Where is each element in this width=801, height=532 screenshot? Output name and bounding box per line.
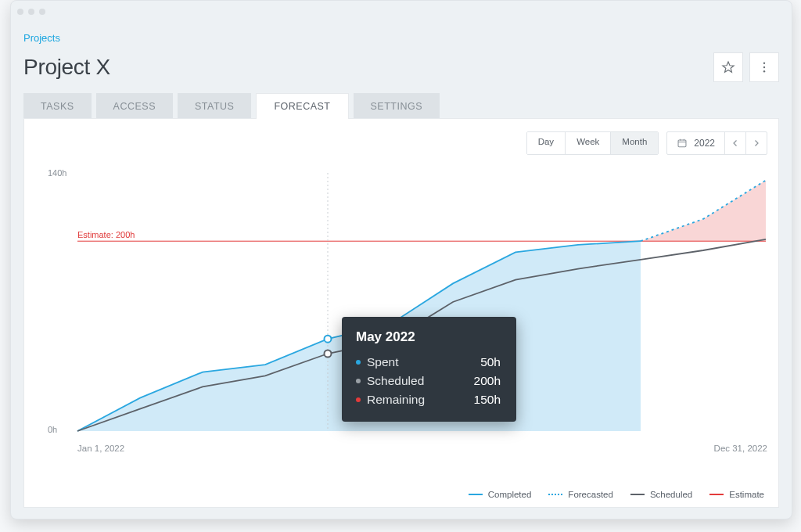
tooltip-row: Scheduled200h — [356, 372, 501, 390]
year-value: 2022 — [694, 138, 715, 149]
svg-point-11 — [325, 350, 332, 358]
range-day[interactable]: Day — [527, 132, 566, 154]
chart-legend: Completed Forecasted Scheduled Estimate — [469, 490, 764, 499]
title-row: Project X — [23, 52, 779, 82]
svg-marker-0 — [723, 62, 734, 72]
breadcrumb-projects[interactable]: Projects — [23, 32, 60, 44]
traffic-dot — [28, 9, 34, 15]
legend-completed: Completed — [469, 490, 532, 499]
forecast-panel: DayWeekMonth 2022 — [23, 118, 779, 508]
y-axis-bottom-label: 0h — [48, 425, 57, 434]
tooltip-row: Spent50h — [356, 353, 501, 372]
svg-point-1 — [763, 63, 765, 64]
window-titlebar — [11, 1, 792, 20]
legend-scheduled: Scheduled — [630, 490, 692, 499]
title-actions — [713, 52, 779, 82]
range-month[interactable]: Month — [611, 132, 658, 154]
chevron-right-icon — [752, 138, 761, 148]
kebab-icon — [757, 60, 771, 74]
traffic-dot — [17, 9, 23, 15]
chevron-left-icon — [731, 138, 740, 148]
svg-point-3 — [763, 70, 765, 72]
page-title: Project X — [23, 55, 110, 80]
svg-point-2 — [763, 66, 765, 68]
tab-settings[interactable]: SETTINGS — [354, 93, 440, 119]
legend-label: Scheduled — [650, 490, 692, 499]
legend-swatch-scheduled — [630, 494, 645, 495]
range-toggle: DayWeekMonth — [526, 131, 659, 155]
chart-plot[interactable]: May 2022 Spent50hScheduled200hRemaining1… — [77, 173, 766, 431]
star-icon — [721, 60, 735, 74]
tabs: TASKSACCESSSTATUSFORECASTSETTINGS — [23, 93, 779, 119]
page-content: Projects Project X TASKSACCESSSTATUSFORE… — [23, 31, 779, 508]
tooltip-row: Remaining150h — [356, 390, 501, 409]
traffic-dot — [39, 9, 45, 15]
app-window: Projects Project X TASKSACCESSSTATUSFORE… — [10, 0, 792, 519]
x-axis-left-label: Jan 1, 2022 — [77, 444, 124, 453]
tab-status[interactable]: STATUS — [178, 93, 251, 119]
range-week[interactable]: Week — [566, 132, 611, 154]
year-next-button[interactable] — [746, 132, 767, 154]
legend-estimate: Estimate — [709, 490, 764, 499]
tooltip-title: May 2022 — [356, 329, 501, 345]
legend-label: Completed — [488, 490, 532, 499]
year-picker: 2022 — [666, 131, 767, 155]
year-prev-button[interactable] — [725, 132, 746, 154]
legend-swatch-estimate — [709, 494, 724, 495]
legend-forecasted: Forecasted — [548, 490, 613, 499]
chart-tooltip: May 2022 Spent50hScheduled200hRemaining1… — [342, 317, 516, 422]
tab-forecast[interactable]: FORECAST — [256, 93, 348, 119]
tab-tasks[interactable]: TASKS — [23, 93, 92, 119]
x-axis-right-label: Dec 31, 2022 — [714, 444, 767, 453]
legend-swatch-completed — [469, 494, 483, 495]
y-axis-top-label: 140h — [48, 168, 66, 178]
legend-swatch-forecasted — [548, 494, 562, 495]
panel-toolbar: DayWeekMonth 2022 — [526, 131, 767, 155]
year-picker-main[interactable]: 2022 — [667, 132, 725, 154]
calendar-icon — [677, 138, 688, 149]
chart-zone: 140h 0h Estimate: 200h May 2022 Spent50h… — [48, 170, 767, 448]
more-menu-button[interactable] — [749, 52, 779, 82]
svg-rect-4 — [678, 140, 686, 147]
tab-access[interactable]: ACCESS — [96, 93, 173, 119]
legend-label: Forecasted — [568, 490, 613, 499]
legend-label: Estimate — [729, 490, 764, 499]
favorite-button[interactable] — [713, 52, 743, 82]
svg-point-10 — [325, 336, 332, 343]
